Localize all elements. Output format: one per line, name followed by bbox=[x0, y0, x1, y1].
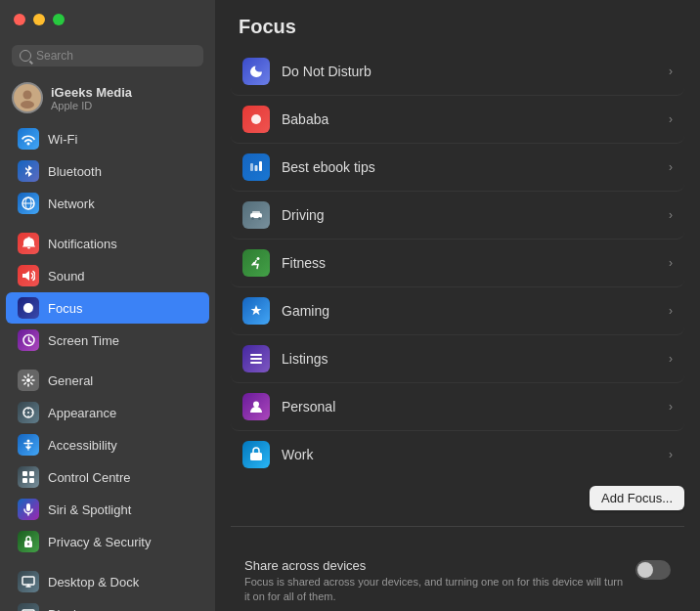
sidebar-item-sound[interactable]: Sound bbox=[6, 260, 209, 291]
gaming-icon bbox=[242, 297, 270, 325]
user-info: iGeeks Media Apple ID bbox=[51, 85, 132, 111]
driving-chevron: › bbox=[669, 208, 673, 222]
main-title: Focus bbox=[215, 0, 700, 48]
sidebar-item-screentime[interactable]: Screen Time bbox=[6, 325, 209, 356]
minimize-button[interactable] bbox=[33, 14, 45, 25]
focus-item-ebook[interactable]: Best ebook tips › bbox=[231, 144, 684, 192]
sidebar-item-appearance[interactable]: Appearance bbox=[6, 397, 209, 428]
displays-icon bbox=[18, 603, 39, 611]
sidebar-item-siri[interactable]: Siri & Spotlight bbox=[6, 494, 209, 525]
focus-item-dnd[interactable]: Do Not Disturb › bbox=[231, 48, 684, 96]
sidebar-item-wifi[interactable]: Wi-Fi bbox=[6, 123, 209, 154]
focus-item-fitness[interactable]: Fitness › bbox=[231, 240, 684, 287]
svg-rect-31 bbox=[250, 358, 262, 360]
notifications-icon bbox=[18, 233, 39, 254]
sidebar-item-privacy-label: Privacy & Security bbox=[48, 535, 151, 549]
dnd-label: Do Not Disturb bbox=[282, 64, 657, 79]
search-input[interactable] bbox=[36, 49, 196, 63]
svg-rect-26 bbox=[252, 211, 260, 214]
share-across-devices-row[interactable]: Share across devices Focus is shared acr… bbox=[231, 546, 684, 611]
dnd-chevron: › bbox=[669, 65, 673, 78]
work-icon bbox=[242, 441, 270, 468]
fitness-label: Fitness bbox=[282, 255, 657, 271]
add-focus-container: Add Focus... bbox=[590, 486, 684, 510]
share-across-devices-toggle[interactable] bbox=[635, 560, 671, 580]
svg-rect-9 bbox=[22, 471, 27, 476]
personal-chevron: › bbox=[669, 400, 673, 414]
sidebar-item-general[interactable]: General bbox=[6, 365, 209, 396]
sidebar-item-notifications[interactable]: Notifications bbox=[6, 228, 209, 259]
sidebar-item-focus[interactable]: Focus bbox=[6, 292, 209, 324]
sidebar-item-screentime-label: Screen Time bbox=[48, 333, 119, 348]
add-focus-button[interactable]: Add Focus... bbox=[590, 486, 684, 510]
ebook-chevron: › bbox=[669, 160, 673, 174]
divider bbox=[231, 526, 684, 527]
sidebar-item-sound-label: Sound bbox=[48, 269, 85, 284]
share-across-devices-title: Share across devices bbox=[244, 558, 624, 573]
svg-point-1 bbox=[21, 101, 34, 109]
ebook-label: Best ebook tips bbox=[282, 159, 657, 175]
listings-icon bbox=[242, 345, 270, 372]
svg-rect-22 bbox=[250, 163, 253, 171]
focus-item-listings[interactable]: Listings › bbox=[231, 335, 684, 383]
wifi-icon bbox=[18, 128, 39, 150]
network-icon bbox=[18, 193, 39, 214]
accessibility-icon bbox=[18, 434, 39, 456]
svg-rect-10 bbox=[29, 471, 34, 476]
svg-point-28 bbox=[258, 217, 261, 220]
svg-point-8 bbox=[27, 440, 30, 443]
work-chevron: › bbox=[669, 448, 673, 461]
ebook-icon bbox=[242, 153, 270, 181]
user-name: iGeeks Media bbox=[51, 85, 132, 100]
avatar-face bbox=[14, 84, 41, 111]
listings-label: Listings bbox=[282, 351, 657, 367]
desktop-icon bbox=[18, 571, 39, 592]
svg-point-29 bbox=[257, 257, 260, 260]
fitness-icon bbox=[242, 249, 270, 277]
focus-item-gaming[interactable]: Gaming › bbox=[231, 287, 684, 335]
sidebar-item-accessibility[interactable]: Accessibility bbox=[6, 429, 209, 460]
svg-point-33 bbox=[253, 402, 259, 408]
user-profile[interactable]: iGeeks Media Apple ID bbox=[0, 76, 215, 123]
sidebar-item-network[interactable]: Network bbox=[6, 188, 209, 219]
sidebar-item-siri-label: Siri & Spotlight bbox=[48, 502, 131, 517]
sidebar-item-bluetooth[interactable]: Bluetooth bbox=[6, 155, 209, 187]
focus-item-bababa[interactable]: Bababa › bbox=[231, 96, 684, 144]
svg-rect-32 bbox=[250, 362, 262, 364]
focus-item-personal[interactable]: Personal › bbox=[231, 383, 684, 431]
svg-point-0 bbox=[23, 91, 32, 100]
svg-rect-12 bbox=[29, 478, 34, 483]
sidebar-item-desktop[interactable]: Desktop & Dock bbox=[6, 566, 209, 597]
general-icon bbox=[18, 370, 39, 391]
sidebar-item-wifi-label: Wi-Fi bbox=[48, 132, 77, 147]
dnd-icon bbox=[242, 58, 270, 85]
sidebar-item-controlcentre[interactable]: Control Centre bbox=[6, 461, 209, 493]
settings-section: Share across devices Focus is shared acr… bbox=[215, 535, 700, 611]
focus-list: Do Not Disturb › Bababa › Best ebook tip… bbox=[215, 48, 700, 478]
sidebar-item-displays[interactable]: Displays bbox=[6, 598, 209, 611]
bluetooth-icon bbox=[18, 160, 39, 182]
share-across-devices-text: Share across devices Focus is shared acr… bbox=[244, 558, 624, 605]
sidebar-item-privacy[interactable]: Privacy & Security bbox=[6, 526, 209, 557]
maximize-button[interactable] bbox=[53, 14, 65, 25]
search-bar[interactable] bbox=[12, 45, 203, 66]
close-button[interactable] bbox=[14, 14, 25, 25]
work-label: Work bbox=[282, 447, 657, 462]
sidebar-item-network-label: Network bbox=[48, 196, 95, 211]
avatar bbox=[12, 82, 43, 113]
svg-rect-23 bbox=[255, 165, 258, 171]
focus-item-driving[interactable]: Driving › bbox=[231, 192, 684, 240]
svg-rect-34 bbox=[250, 453, 262, 460]
gaming-chevron: › bbox=[669, 304, 673, 318]
driving-icon bbox=[242, 201, 270, 229]
screentime-icon bbox=[18, 329, 39, 351]
svg-rect-30 bbox=[250, 354, 262, 356]
sidebar-item-general-label: General bbox=[48, 373, 93, 388]
personal-label: Personal bbox=[282, 399, 657, 415]
svg-point-27 bbox=[251, 217, 254, 220]
sound-icon bbox=[18, 265, 39, 286]
sidebar-item-accessibility-label: Accessibility bbox=[48, 438, 117, 453]
sidebar-item-notifications-label: Notifications bbox=[48, 237, 117, 251]
focus-item-work[interactable]: Work › bbox=[231, 431, 684, 478]
svg-rect-16 bbox=[22, 577, 34, 585]
